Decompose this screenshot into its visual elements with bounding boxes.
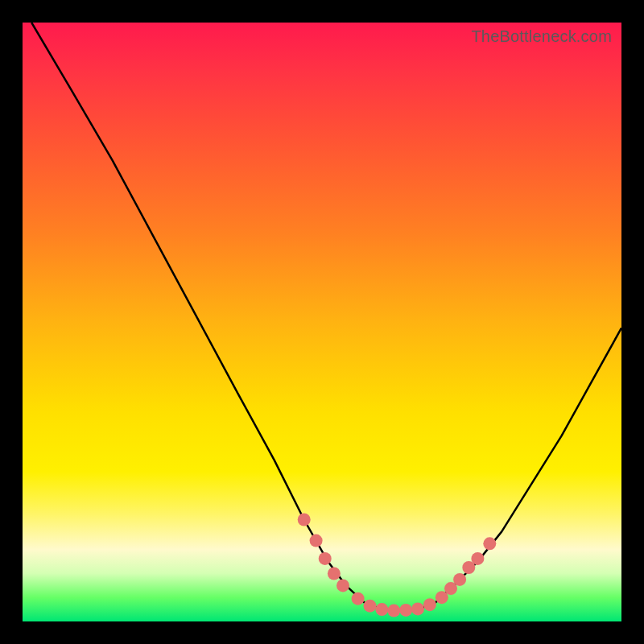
curve-marker (298, 514, 311, 526)
curve-marker (387, 605, 400, 617)
curve-marker (411, 602, 424, 615)
bottleneck-curve (23, 23, 621, 621)
curve-marker (310, 535, 323, 547)
curve-marker (319, 552, 332, 565)
curve-marker (375, 603, 388, 616)
curve-marker (364, 600, 377, 613)
curve-marker (471, 552, 484, 565)
curve-marker (423, 598, 436, 611)
curve-marker (352, 592, 365, 605)
curve-marker (328, 568, 341, 580)
chart-container: TheBottleneck.com (0, 0, 644, 644)
curve-marker (399, 604, 412, 617)
curve-marker (483, 537, 496, 550)
curve-path (31, 23, 621, 611)
curve-marker (453, 573, 466, 586)
plot-area: TheBottleneck.com (23, 23, 621, 621)
curve-marker (336, 579, 349, 592)
